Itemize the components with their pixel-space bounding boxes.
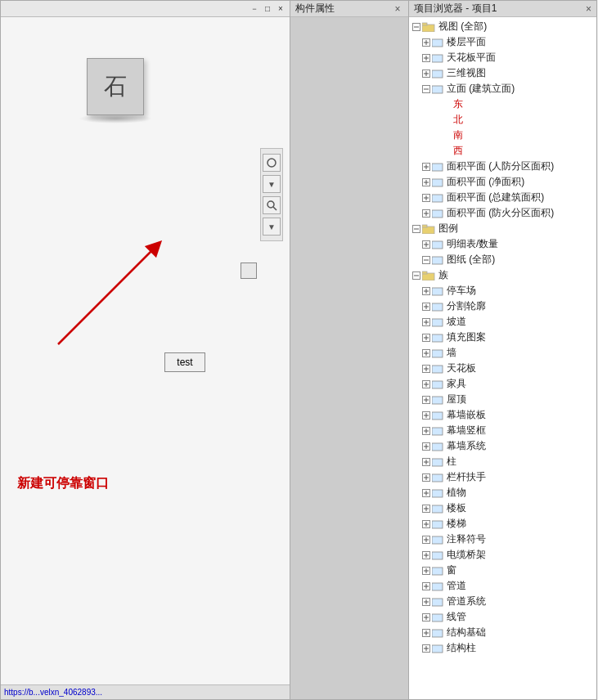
tree-item[interactable]: 线管 [409,609,596,625]
tree-expand-icon[interactable] [420,285,432,297]
tree-expand-icon[interactable] [420,472,432,483]
tree-item[interactable]: 面积平面 (防火分区面积) [409,205,596,221]
tree-item[interactable]: 面积平面 (净面积) [409,174,596,190]
tree-expand-icon[interactable] [420,581,432,592]
middle-titlebar: 构件属性 × [290,1,408,17]
tree-item[interactable]: 填充图案 [409,330,596,345]
minimize-button[interactable]: － [249,3,260,15]
tree-item[interactable]: 幕墙系统 [409,438,596,454]
tree-item[interactable]: 天花板平面 [409,50,596,65]
tree-item[interactable]: 管道 [409,578,596,594]
tree-item[interactable]: 幕墙嵌板 [409,407,596,423]
tree-expand-icon[interactable] [411,21,422,33]
annotation-text: 新建可停靠窗口 [17,475,109,492]
circle-tool-button[interactable] [263,154,281,172]
middle-close-button[interactable]: × [392,3,403,15]
tree-expand-icon[interactable] [420,161,432,173]
tree-item[interactable]: 植物 [409,485,596,500]
tree-item[interactable]: 图纸 (全部) [409,252,596,267]
tree-expand-icon[interactable] [440,99,452,110]
tree-expand-icon[interactable] [411,223,422,235]
tree-label: 幕墙嵌板 [445,408,486,422]
left-panel-content: 石 ▼ [1,17,290,684]
tree-item[interactable]: 西 [409,143,596,159]
close-button[interactable]: × [275,3,286,15]
tree-item[interactable]: 面积平面 (总建筑面积) [409,190,596,205]
tree-expand-icon[interactable] [420,627,432,639]
tree-item[interactable]: 明细表/数量 [409,236,596,252]
tree-expand-icon[interactable] [420,379,432,390]
tree-item[interactable]: 图例 [409,221,596,236]
tree-item[interactable]: 幕墙竖框 [409,423,596,438]
tree-expand-icon[interactable] [420,52,432,64]
tree-expand-icon[interactable] [420,332,432,343]
tree-expand-icon[interactable] [420,254,432,266]
right-panel-body[interactable]: 视图 (全部)楼层平面天花板平面三维视图立面 (建筑立面)东北南西面积平面 (人… [409,17,596,699]
test-button[interactable]: test [164,352,205,372]
tree-item[interactable]: 柱 [409,454,596,469]
tree-item[interactable]: 南 [409,128,596,143]
tree-item[interactable]: 面积平面 (人防分区面积) [409,159,596,174]
tree-expand-icon[interactable] [420,239,432,250]
tree-item[interactable]: 家具 [409,376,596,392]
tree-item[interactable]: 族 [409,267,596,283]
tree-item[interactable]: 管道系统 [409,594,596,609]
tree-expand-icon[interactable] [420,596,432,608]
tree-item[interactable]: 三维视图 [409,65,596,81]
tree-expand-icon[interactable] [420,192,432,204]
tree-expand-icon[interactable] [440,146,452,157]
tree-item[interactable]: 天花板 [409,361,596,376]
tree-item[interactable]: 楼板 [409,500,596,516]
tree-expand-icon[interactable] [420,316,432,328]
tree-expand-icon[interactable] [440,130,452,141]
tree-expand-icon[interactable] [420,441,432,452]
tree-expand-icon[interactable] [420,410,432,421]
tree-expand-icon[interactable] [420,534,432,545]
tree-item[interactable]: 注释符号 [409,532,596,547]
restore-button[interactable]: □ [262,3,273,15]
arrow-tool-button[interactable]: ▼ [263,175,281,193]
tree-expand-icon[interactable] [420,503,432,514]
tree-expand-icon[interactable] [420,208,432,219]
tree-item[interactable]: 停车场 [409,283,596,298]
tree-item[interactable]: 墙 [409,345,596,361]
tree-item[interactable]: 立面 (建筑立面) [409,81,596,96]
tree-item[interactable]: 分割轮廓 [409,298,596,314]
tree-expand-icon[interactable] [420,68,432,79]
tool-arrow-down[interactable]: ▼ [263,218,281,236]
tree-expand-icon[interactable] [420,37,432,48]
tree-expand-icon[interactable] [420,612,432,623]
tree-item[interactable]: 视图 (全部) [409,19,596,34]
tree-item[interactable]: 北 [409,112,596,128]
tree-expand-icon[interactable] [420,456,432,468]
tree-item[interactable]: 电缆桥架 [409,547,596,563]
tree-expand-icon[interactable] [420,518,432,530]
tree-item[interactable]: 坡道 [409,314,596,330]
right-close-button[interactable]: × [586,3,591,15]
tree-item[interactable]: 楼梯 [409,516,596,532]
tree-expand-icon[interactable] [420,348,432,359]
tree-item[interactable]: 栏杆扶手 [409,469,596,485]
tree-item[interactable]: 窗 [409,563,596,578]
tree-item[interactable]: 结构基础 [409,625,596,640]
tree-expand-icon[interactable] [420,487,432,499]
tree-label: 天花板 [445,361,476,375]
tree-item[interactable]: 屋顶 [409,392,596,407]
tree-expand-icon[interactable] [411,270,422,281]
tree-expand-icon[interactable] [420,643,432,654]
tree-item[interactable]: 东 [409,96,596,112]
tree-expand-icon[interactable] [420,83,432,95]
tree-item[interactable]: 楼层平面 [409,34,596,50]
tree-expand-icon[interactable] [420,363,432,375]
tree-expand-icon[interactable] [420,550,432,561]
tree-expand-icon[interactable] [420,565,432,577]
tree-label: 电缆桥架 [445,548,486,562]
tree-label: 结构柱 [445,641,476,655]
tree-item[interactable]: 结构柱 [409,640,596,656]
tree-expand-icon[interactable] [420,394,432,406]
tree-expand-icon[interactable] [420,301,432,312]
magnify-tool-button[interactable] [263,196,281,214]
tree-expand-icon[interactable] [420,177,432,188]
tree-expand-icon[interactable] [440,114,452,126]
tree-expand-icon[interactable] [420,425,432,437]
